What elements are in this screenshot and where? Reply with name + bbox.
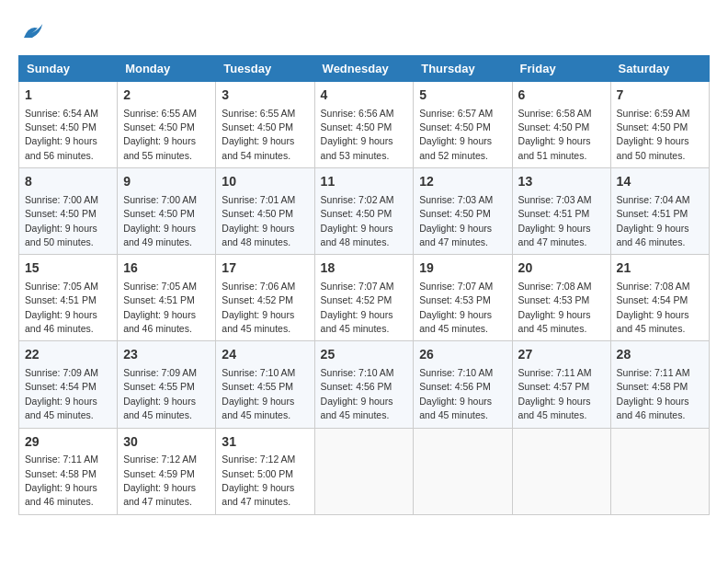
logo-icon — [18, 18, 46, 46]
day-info: Sunrise: 7:05 AMSunset: 4:51 PMDaylight:… — [123, 281, 197, 334]
calendar-day-cell: 21 Sunrise: 7:08 AMSunset: 4:54 PMDaylig… — [610, 255, 709, 341]
calendar-day-cell: 23 Sunrise: 7:09 AMSunset: 4:55 PMDaylig… — [118, 341, 216, 428]
calendar-day-cell: 13 Sunrise: 7:03 AMSunset: 4:51 PMDaylig… — [512, 168, 610, 255]
day-info: Sunrise: 7:07 AMSunset: 4:52 PMDaylight:… — [321, 281, 394, 334]
page-header — [18, 18, 710, 46]
day-number: 23 — [123, 346, 210, 364]
day-number: 6 — [518, 86, 605, 105]
day-number: 1 — [25, 86, 111, 105]
calendar-day-cell: 27 Sunrise: 7:11 AMSunset: 4:57 PMDaylig… — [512, 341, 610, 428]
calendar-day-cell: 26 Sunrise: 7:10 AMSunset: 4:56 PMDaylig… — [414, 341, 512, 428]
day-info: Sunrise: 6:58 AMSunset: 4:50 PMDaylight:… — [518, 108, 592, 161]
calendar-day-cell: 28 Sunrise: 7:11 AMSunset: 4:58 PMDaylig… — [610, 341, 709, 428]
day-number: 15 — [25, 259, 111, 278]
calendar-week-row: 1 Sunrise: 6:54 AMSunset: 4:50 PMDayligh… — [19, 82, 710, 168]
calendar-day-cell: 4 Sunrise: 6:56 AMSunset: 4:50 PMDayligh… — [314, 82, 414, 168]
day-info: Sunrise: 7:10 AMSunset: 4:55 PMDaylight:… — [222, 367, 295, 420]
day-info: Sunrise: 7:06 AMSunset: 4:52 PMDaylight:… — [222, 281, 295, 334]
day-number: 4 — [321, 86, 408, 105]
day-info: Sunrise: 6:54 AMSunset: 4:50 PMDaylight:… — [25, 108, 98, 161]
day-info: Sunrise: 6:55 AMSunset: 4:50 PMDaylight:… — [222, 108, 295, 161]
weekday-header-cell: Saturday — [610, 56, 709, 82]
day-info: Sunrise: 6:57 AMSunset: 4:50 PMDaylight:… — [419, 108, 493, 161]
calendar-day-cell: 17 Sunrise: 7:06 AMSunset: 4:52 PMDaylig… — [216, 255, 314, 341]
day-number: 30 — [123, 433, 210, 452]
calendar-day-cell: 5 Sunrise: 6:57 AMSunset: 4:50 PMDayligh… — [414, 82, 512, 168]
day-info: Sunrise: 6:55 AMSunset: 4:50 PMDaylight:… — [123, 108, 197, 161]
logo — [18, 18, 50, 46]
day-number: 25 — [321, 346, 408, 364]
calendar-day-cell: 9 Sunrise: 7:00 AMSunset: 4:50 PMDayligh… — [118, 168, 216, 255]
day-info: Sunrise: 7:07 AMSunset: 4:53 PMDaylight:… — [419, 281, 493, 334]
day-info: Sunrise: 7:04 AMSunset: 4:51 PMDaylight:… — [617, 194, 690, 247]
day-number: 21 — [617, 259, 703, 278]
day-number: 17 — [222, 259, 308, 278]
weekday-header-cell: Sunday — [19, 56, 118, 82]
day-number: 19 — [419, 259, 506, 278]
calendar-day-cell: 2 Sunrise: 6:55 AMSunset: 4:50 PMDayligh… — [118, 82, 216, 168]
day-number: 29 — [25, 433, 111, 452]
day-number: 3 — [222, 86, 308, 105]
calendar-day-cell — [610, 428, 709, 514]
calendar-day-cell: 3 Sunrise: 6:55 AMSunset: 4:50 PMDayligh… — [216, 82, 314, 168]
calendar-day-cell: 15 Sunrise: 7:05 AMSunset: 4:51 PMDaylig… — [19, 255, 118, 341]
day-info: Sunrise: 7:00 AMSunset: 4:50 PMDaylight:… — [123, 194, 197, 247]
day-info: Sunrise: 7:08 AMSunset: 4:54 PMDaylight:… — [617, 281, 690, 334]
calendar-day-cell: 1 Sunrise: 6:54 AMSunset: 4:50 PMDayligh… — [19, 82, 118, 168]
day-info: Sunrise: 7:08 AMSunset: 4:53 PMDaylight:… — [518, 281, 592, 334]
day-number: 8 — [25, 173, 111, 191]
day-info: Sunrise: 7:03 AMSunset: 4:51 PMDaylight:… — [518, 194, 592, 247]
calendar-body: 1 Sunrise: 6:54 AMSunset: 4:50 PMDayligh… — [19, 82, 710, 515]
weekday-header-cell: Thursday — [414, 56, 512, 82]
calendar-day-cell: 18 Sunrise: 7:07 AMSunset: 4:52 PMDaylig… — [314, 255, 414, 341]
calendar-day-cell: 16 Sunrise: 7:05 AMSunset: 4:51 PMDaylig… — [118, 255, 216, 341]
day-number: 28 — [617, 346, 703, 364]
calendar-day-cell: 8 Sunrise: 7:00 AMSunset: 4:50 PMDayligh… — [19, 168, 118, 255]
weekday-header-cell: Wednesday — [314, 56, 414, 82]
day-number: 24 — [222, 346, 308, 364]
day-info: Sunrise: 7:00 AMSunset: 4:50 PMDaylight:… — [25, 194, 98, 247]
day-number: 9 — [123, 173, 210, 191]
calendar-day-cell: 30 Sunrise: 7:12 AMSunset: 4:59 PMDaylig… — [118, 428, 216, 514]
day-info: Sunrise: 7:01 AMSunset: 4:50 PMDaylight:… — [222, 194, 295, 247]
day-info: Sunrise: 7:09 AMSunset: 4:54 PMDaylight:… — [25, 367, 98, 420]
day-number: 11 — [321, 173, 408, 191]
day-number: 22 — [25, 346, 111, 364]
day-info: Sunrise: 7:10 AMSunset: 4:56 PMDaylight:… — [321, 367, 394, 420]
calendar-day-cell: 7 Sunrise: 6:59 AMSunset: 4:50 PMDayligh… — [610, 82, 709, 168]
weekday-header-cell: Tuesday — [216, 56, 314, 82]
calendar-day-cell: 22 Sunrise: 7:09 AMSunset: 4:54 PMDaylig… — [19, 341, 118, 428]
day-number: 2 — [123, 86, 210, 105]
calendar-day-cell: 29 Sunrise: 7:11 AMSunset: 4:58 PMDaylig… — [19, 428, 118, 514]
day-info: Sunrise: 7:11 AMSunset: 4:58 PMDaylight:… — [617, 367, 690, 420]
day-number: 26 — [419, 346, 506, 364]
day-info: Sunrise: 7:02 AMSunset: 4:50 PMDaylight:… — [321, 194, 394, 247]
day-number: 18 — [321, 259, 408, 278]
calendar-day-cell: 12 Sunrise: 7:03 AMSunset: 4:50 PMDaylig… — [414, 168, 512, 255]
day-info: Sunrise: 7:12 AMSunset: 5:00 PMDaylight:… — [222, 454, 295, 507]
day-number: 27 — [518, 346, 605, 364]
calendar-table: SundayMondayTuesdayWednesdayThursdayFrid… — [18, 55, 710, 515]
weekday-header-cell: Monday — [118, 56, 216, 82]
calendar-day-cell — [414, 428, 512, 514]
day-info: Sunrise: 7:11 AMSunset: 4:58 PMDaylight:… — [25, 454, 98, 507]
day-info: Sunrise: 7:03 AMSunset: 4:50 PMDaylight:… — [419, 194, 493, 247]
day-info: Sunrise: 7:05 AMSunset: 4:51 PMDaylight:… — [25, 281, 98, 334]
day-number: 10 — [222, 173, 308, 191]
day-info: Sunrise: 7:12 AMSunset: 4:59 PMDaylight:… — [123, 454, 197, 507]
calendar-day-cell — [512, 428, 610, 514]
day-info: Sunrise: 6:56 AMSunset: 4:50 PMDaylight:… — [321, 108, 394, 161]
day-number: 5 — [419, 86, 506, 105]
day-number: 12 — [419, 173, 506, 191]
day-info: Sunrise: 6:59 AMSunset: 4:50 PMDaylight:… — [617, 108, 690, 161]
day-number: 7 — [617, 86, 703, 105]
day-number: 13 — [518, 173, 605, 191]
calendar-day-cell: 24 Sunrise: 7:10 AMSunset: 4:55 PMDaylig… — [216, 341, 314, 428]
calendar-day-cell: 10 Sunrise: 7:01 AMSunset: 4:50 PMDaylig… — [216, 168, 314, 255]
day-info: Sunrise: 7:10 AMSunset: 4:56 PMDaylight:… — [419, 367, 493, 420]
calendar-day-cell — [314, 428, 414, 514]
calendar-week-row: 22 Sunrise: 7:09 AMSunset: 4:54 PMDaylig… — [19, 341, 710, 428]
calendar-day-cell: 11 Sunrise: 7:02 AMSunset: 4:50 PMDaylig… — [314, 168, 414, 255]
weekday-header-cell: Friday — [512, 56, 610, 82]
day-number: 16 — [123, 259, 210, 278]
